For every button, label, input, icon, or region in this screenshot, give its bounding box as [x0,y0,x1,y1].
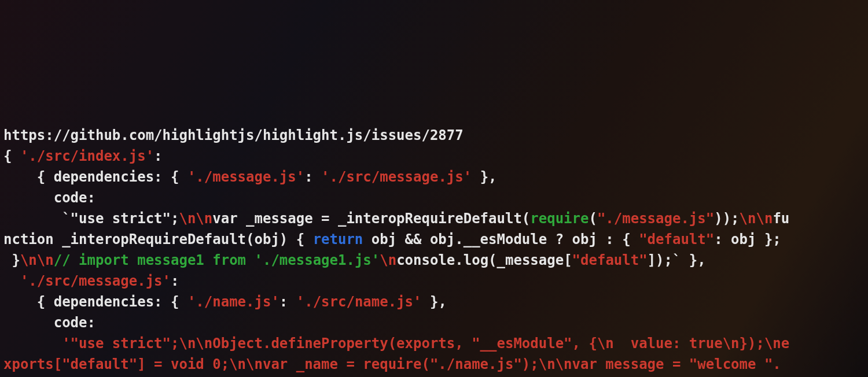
require-keyword: require [530,210,589,227]
url-line: https://github.com/highlightjs/highlight… [3,127,464,143]
code-body: `"use strict"; [3,210,179,227]
entry-key-message: './src/message.js' [3,273,171,289]
dep-key: './message.js' [187,169,304,185]
return-keyword: return [313,231,363,247]
deps-open: { dependencies: { [3,294,187,310]
terminal-output: https://github.com/highlightjs/highlight… [0,104,868,377]
code-label: code: [3,315,95,331]
dep-val: './src/name.js' [296,294,422,310]
deps-open: { dependencies: { [3,169,187,185]
entry-key-index: './src/index.js' [20,148,154,164]
dep-val: './src/message.js' [321,169,472,185]
dep-key: './name.js' [187,294,279,310]
code-string: '"use strict";\n\nObject.defineProperty(… [3,335,789,352]
object-open: { [3,148,20,164]
code-label: code: [3,190,95,206]
code-comment: // import message1 from './message1.js' [54,252,380,268]
